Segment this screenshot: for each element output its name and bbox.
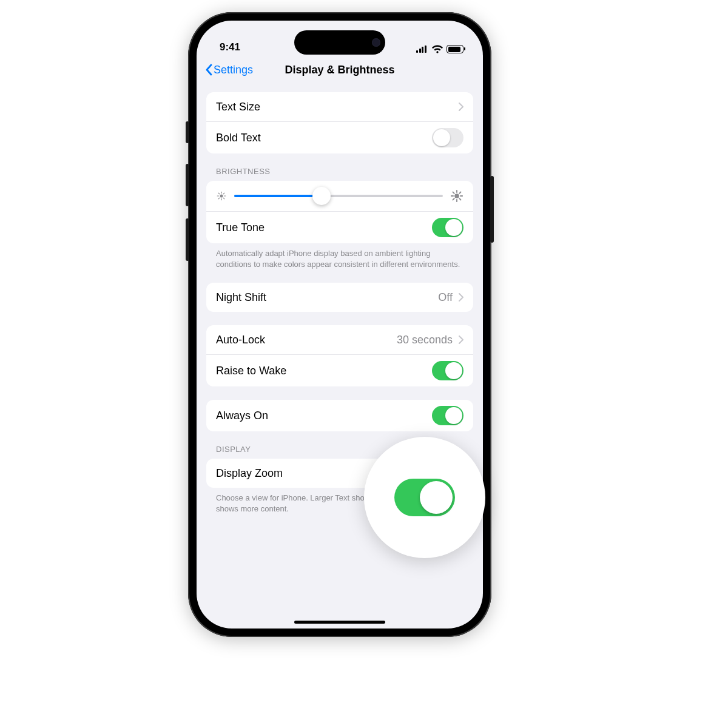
svg-line-17	[459, 192, 460, 193]
raise-to-wake-toggle[interactable]	[432, 361, 463, 380]
brightness-slider[interactable]	[234, 195, 443, 197]
night-shift-row[interactable]: Night Shift Off	[206, 283, 473, 312]
brightness-slider-row	[206, 181, 473, 212]
night-shift-label: Night Shift	[216, 291, 266, 304]
bold-text-label: Bold Text	[216, 132, 261, 144]
true-tone-row: True Tone	[206, 212, 473, 243]
true-tone-toggle[interactable]	[432, 218, 463, 237]
home-indicator[interactable]	[294, 621, 385, 624]
back-label: Settings	[214, 64, 253, 76]
sun-small-icon	[216, 190, 227, 201]
always-on-row: Always On	[206, 400, 473, 431]
always-on-toggle[interactable]	[432, 406, 463, 425]
page-title: Display & Brightness	[285, 64, 394, 76]
svg-line-15	[459, 198, 460, 200]
nav-bar: Settings Display & Brightness	[197, 56, 483, 84]
wifi-icon	[432, 45, 443, 53]
silent-switch	[186, 121, 189, 143]
svg-line-16	[453, 198, 454, 200]
svg-line-14	[453, 192, 454, 193]
text-size-row[interactable]: Text Size	[206, 92, 473, 121]
true-tone-footer: Automatically adapt iPhone display based…	[206, 243, 473, 269]
battery-icon	[447, 45, 463, 53]
status-time: 9:41	[220, 41, 240, 53]
svg-line-8	[223, 193, 224, 194]
back-button[interactable]: Settings	[205, 64, 253, 76]
svg-point-0	[220, 194, 223, 197]
night-shift-value: Off	[438, 291, 453, 304]
svg-point-9	[454, 194, 459, 198]
true-tone-label: True Tone	[216, 221, 265, 234]
side-button	[490, 176, 494, 243]
raise-to-wake-label: Raise to Wake	[216, 365, 286, 377]
display-zoom-label: Display Zoom	[216, 467, 283, 480]
svg-line-5	[218, 193, 220, 194]
auto-lock-label: Auto-Lock	[216, 334, 265, 346]
svg-line-6	[223, 198, 224, 199]
auto-lock-row[interactable]: Auto-Lock 30 seconds	[206, 325, 473, 354]
raise-to-wake-row: Raise to Wake	[206, 354, 473, 386]
cellular-icon	[416, 46, 428, 53]
bold-text-toggle[interactable]	[432, 128, 463, 147]
auto-lock-value: 30 seconds	[397, 334, 453, 346]
svg-line-7	[218, 198, 220, 199]
always-on-label: Always On	[216, 410, 268, 422]
always-on-toggle-magnified	[364, 437, 485, 558]
bold-text-row: Bold Text	[206, 121, 473, 153]
brightness-header: BRIGHTNESS	[206, 167, 473, 181]
camera-icon	[372, 38, 380, 47]
dynamic-island	[294, 30, 385, 55]
text-size-label: Text Size	[216, 101, 260, 113]
chevron-left-icon	[205, 64, 212, 76]
chevron-right-icon	[459, 335, 463, 344]
chevron-right-icon	[459, 293, 463, 302]
volume-up-button	[186, 164, 189, 206]
always-on-toggle-enlarged	[394, 479, 455, 516]
chevron-right-icon	[459, 103, 463, 111]
sun-large-icon	[450, 189, 463, 203]
volume-down-button	[186, 218, 189, 261]
